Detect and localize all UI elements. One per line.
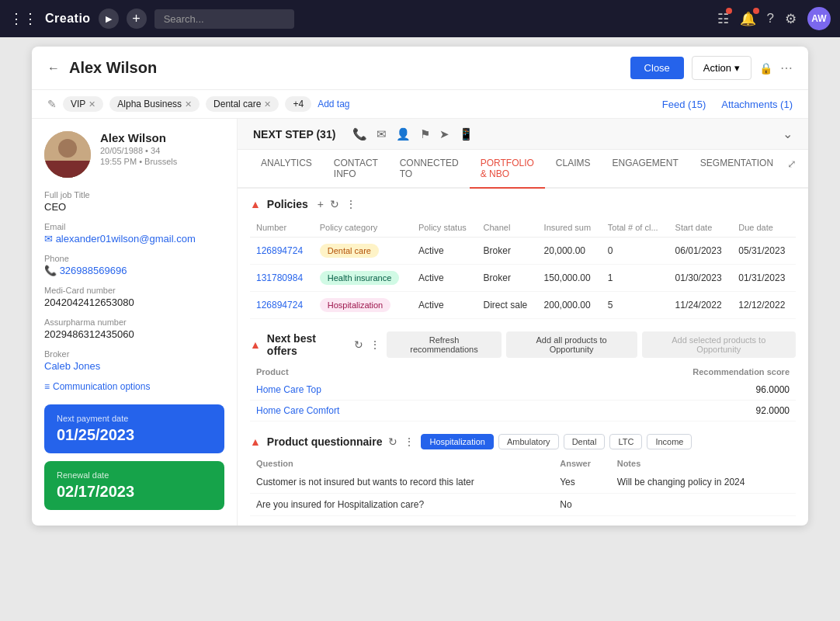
- tab-claims[interactable]: CLAIMS: [545, 150, 602, 189]
- policy-due-date: 12/12/2022: [732, 292, 796, 319]
- broker-value[interactable]: Caleb Jones: [44, 360, 224, 372]
- pq-tag[interactable]: Income: [647, 434, 692, 449]
- back-button[interactable]: ←: [47, 61, 60, 75]
- policy-number[interactable]: 126894724: [250, 238, 314, 265]
- policy-channel: Direct sale: [477, 292, 538, 319]
- meeting-step-icon[interactable]: 👤: [396, 127, 411, 141]
- tab-contact-info[interactable]: CONTACT INFO: [323, 150, 389, 189]
- tags-right: Feed (15) Attachments (1): [662, 99, 793, 110]
- phone-step-icon[interactable]: 📞: [352, 127, 367, 141]
- play-button[interactable]: ▶: [99, 9, 119, 29]
- tab-engagement[interactable]: ENGAGEMENT: [602, 150, 689, 189]
- more-options-icon[interactable]: ⋯: [780, 61, 793, 75]
- tab-connected-to[interactable]: CONNECTED TO: [389, 150, 470, 189]
- policies-more-button[interactable]: ⋮: [345, 198, 356, 210]
- policy-number[interactable]: 131780984: [250, 265, 314, 292]
- next-step-icons: 📞 ✉ 👤 ⚑ ➤ 📱: [352, 127, 474, 141]
- edit-icon[interactable]: ✎: [47, 98, 57, 110]
- pq-notes: [611, 494, 796, 516]
- pq-col-question: Question: [250, 456, 554, 471]
- contact-avatar: [44, 131, 91, 178]
- action-chevron-icon: ▾: [734, 62, 740, 74]
- tab-segmentation[interactable]: SEGMENTATION: [689, 150, 784, 189]
- policy-category: Health insurance: [314, 265, 412, 292]
- policies-add-button[interactable]: +: [318, 198, 324, 210]
- tab-expand-icon[interactable]: ⤢: [784, 150, 800, 187]
- policy-total-cl: 1: [602, 265, 669, 292]
- lock-icon[interactable]: 🔒: [759, 62, 772, 75]
- nbo-score: 92.0000: [505, 401, 796, 422]
- list-item: Home Care Comfort 92.0000: [250, 401, 796, 422]
- gear-icon[interactable]: ⚙: [785, 11, 797, 27]
- content-area: Alex Wilson 20/05/1988 • 34 19:55 PM • B…: [32, 119, 808, 526]
- nbo-more-button[interactable]: ⋮: [370, 338, 380, 351]
- tag-dental-close-icon[interactable]: ✕: [264, 99, 271, 109]
- tags-row: ✎ VIP ✕ Alpha Business ✕ Dental care ✕ +…: [32, 90, 808, 119]
- feed-link[interactable]: Feed (15): [662, 99, 706, 110]
- close-button[interactable]: Close: [630, 57, 684, 79]
- tag-alpha-business-label: Alpha Business: [117, 99, 182, 109]
- job-title-label: Full job Title: [44, 190, 224, 199]
- tab-portfolio-nbo[interactable]: PORTFOLIO & NBO: [470, 150, 545, 189]
- email-value[interactable]: ✉ alexander01wilson@gmail.com: [44, 233, 224, 245]
- send-step-icon[interactable]: ➤: [439, 127, 450, 141]
- pq-tag[interactable]: Dental: [564, 434, 606, 449]
- add-tag-button[interactable]: Add tag: [318, 99, 349, 109]
- tag-alpha-business[interactable]: Alpha Business ✕: [109, 96, 200, 112]
- policy-category: Dental care: [314, 238, 412, 265]
- pq-tag[interactable]: Hospitalization: [421, 434, 494, 449]
- medi-card-field: Medi-Card number 2042042412653080: [44, 286, 224, 308]
- whatsapp-step-icon[interactable]: 📱: [459, 127, 474, 141]
- tag-vip[interactable]: VIP ✕: [63, 96, 103, 112]
- email-step-icon[interactable]: ✉: [377, 127, 387, 141]
- nbo-action-buttons: Refresh recommendations Add all products…: [387, 331, 796, 358]
- attachments-link[interactable]: Attachments (1): [721, 99, 793, 110]
- policies-refresh-button[interactable]: ↻: [330, 198, 339, 210]
- tag-dental-care[interactable]: Dental care ✕: [206, 96, 279, 112]
- next-payment-date: 01/25/2023: [57, 426, 212, 444]
- flag-step-icon[interactable]: ⚑: [420, 127, 430, 141]
- nbo-refresh-button[interactable]: ↻: [354, 338, 363, 351]
- pq-refresh-button[interactable]: ↻: [388, 435, 397, 448]
- pq-table: Question Answer Notes Customer is not in…: [250, 456, 796, 516]
- nbo-product[interactable]: Home Care Comfort: [250, 401, 505, 422]
- pq-tag[interactable]: Ambulatory: [498, 434, 559, 449]
- tab-analytics[interactable]: ANALYTICS: [250, 150, 323, 189]
- nbo-title: Next best offers: [267, 332, 349, 357]
- nbo-icon: ▲: [250, 338, 261, 351]
- pq-section-header: ▲ Product questionnaire ↻ ⋮ Hospitalizat…: [250, 434, 796, 449]
- app-logo: Creatio: [45, 12, 91, 26]
- add-selected-products-button[interactable]: Add selected products to Opportunity: [642, 331, 796, 358]
- grid-icon[interactable]: ⋮⋮: [9, 10, 37, 27]
- tag-more[interactable]: +4: [285, 96, 311, 112]
- tag-vip-close-icon[interactable]: ✕: [89, 99, 95, 109]
- tag-alpha-close-icon[interactable]: ✕: [185, 99, 192, 109]
- broker-label: Broker: [44, 349, 224, 359]
- tag-dental-care-label: Dental care: [213, 99, 261, 109]
- action-button[interactable]: Action ▾: [692, 56, 751, 80]
- assurpharma-field: Assurpharma number 2029486312435060: [44, 317, 224, 340]
- add-all-products-button[interactable]: Add all products to Opportunity: [506, 331, 637, 358]
- search-input[interactable]: [154, 9, 294, 29]
- refresh-recommendations-button[interactable]: Refresh recommendations: [387, 331, 501, 358]
- expand-icon[interactable]: ⌄: [783, 127, 793, 141]
- page-header: ← Alex Wilson Close Action ▾ 🔒 ⋯: [32, 47, 808, 90]
- help-icon[interactable]: ?: [767, 11, 774, 26]
- policy-total-cl: 5: [602, 292, 669, 319]
- phone-value[interactable]: 📞 326988569696: [44, 265, 224, 276]
- pq-more-button[interactable]: ⋮: [404, 435, 415, 448]
- pq-question: Customer is not insured but wants to rec…: [250, 471, 554, 494]
- nbo-product[interactable]: Home Care Top: [250, 380, 505, 401]
- apps-icon[interactable]: ☷: [717, 11, 729, 27]
- bell-icon[interactable]: 🔔: [740, 11, 756, 27]
- table-row: 131780984 Health insurance Active Broker…: [250, 265, 796, 292]
- user-avatar[interactable]: AW: [807, 7, 831, 30]
- pq-col-notes: Notes: [611, 456, 796, 471]
- policy-start-date: 01/30/2023: [669, 265, 733, 292]
- policy-number[interactable]: 126894724: [250, 292, 314, 319]
- add-button[interactable]: +: [127, 9, 147, 29]
- comm-options-link[interactable]: ≡ Communication options: [44, 381, 224, 392]
- pq-notes: Will be changing policy in 2024: [611, 471, 796, 494]
- pq-tag[interactable]: LTC: [609, 434, 642, 449]
- nbo-score: 96.0000: [505, 380, 796, 401]
